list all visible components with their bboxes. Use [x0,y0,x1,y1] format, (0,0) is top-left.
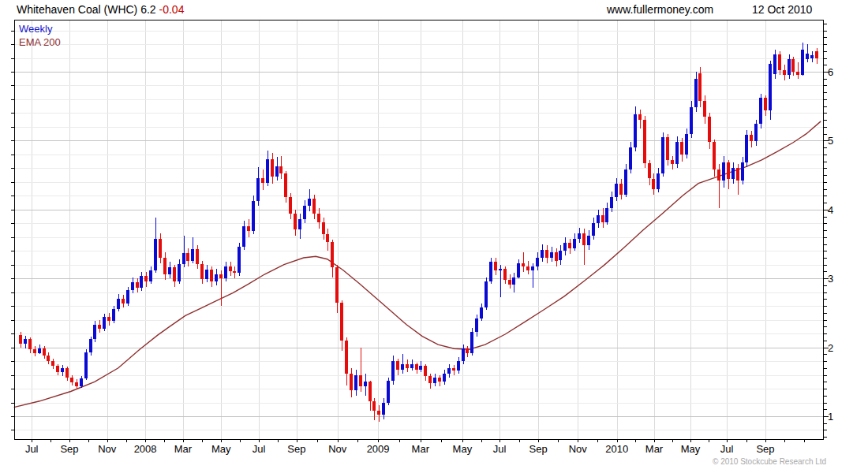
svg-text:Nov: Nov [569,443,588,455]
horizontal-gridlines [14,32,823,430]
svg-text:Nov: Nov [328,443,347,455]
website-text: www.fullermoney.com [607,3,713,16]
svg-text:May: May [453,443,473,455]
svg-text:4: 4 [828,204,833,216]
svg-text:2: 2 [828,342,833,354]
chart-date: 12 Oct 2010 [752,3,812,16]
svg-text:2009: 2009 [367,443,390,455]
svg-text:Sep: Sep [287,443,305,455]
svg-text:Jul: Jul [493,443,507,455]
svg-text:6: 6 [828,66,833,78]
svg-text:Jul: Jul [25,443,39,455]
page-title: Whitehaven Coal (WHC) 6.2 -0.04 [17,3,184,16]
svg-text:3: 3 [828,273,833,285]
copyright-notice: © 2010 Stockcube Research Ltd [713,457,826,466]
svg-text:Nov: Nov [98,443,117,455]
y-axis-labels: 123456 [828,66,833,423]
x-axis-labels: JulSepNov2008MarMayJulSepNov2009MarMayJu… [25,443,775,455]
legend-ema-label: EMA 200 [19,36,61,48]
svg-text:May: May [211,443,231,455]
svg-text:2008: 2008 [134,443,157,455]
svg-text:Mar: Mar [174,443,193,455]
svg-text:Sep: Sep [529,443,548,455]
plot-border [15,20,824,440]
price-change: -0.04 [159,3,185,16]
svg-text:2010: 2010 [605,443,628,455]
svg-text:1: 1 [828,411,833,423]
svg-text:Sep: Sep [756,443,774,455]
svg-text:5: 5 [828,135,833,147]
svg-text:Sep: Sep [60,443,78,455]
svg-text:Jul: Jul [720,443,734,455]
svg-text:Mar: Mar [645,443,664,455]
svg-text:May: May [681,443,701,455]
price-chart-svg: 123456JulSepNov2008MarMayJulSepNov2009Ma… [0,0,868,473]
svg-text:Jul: Jul [253,443,266,455]
stock-title: Whitehaven Coal (WHC) 6.2 [17,3,156,16]
vertical-gridlines [32,20,766,439]
axis-ticks [11,24,829,443]
legend-timeframe-label: Weekly [19,23,52,35]
svg-text:Mar: Mar [412,443,430,455]
